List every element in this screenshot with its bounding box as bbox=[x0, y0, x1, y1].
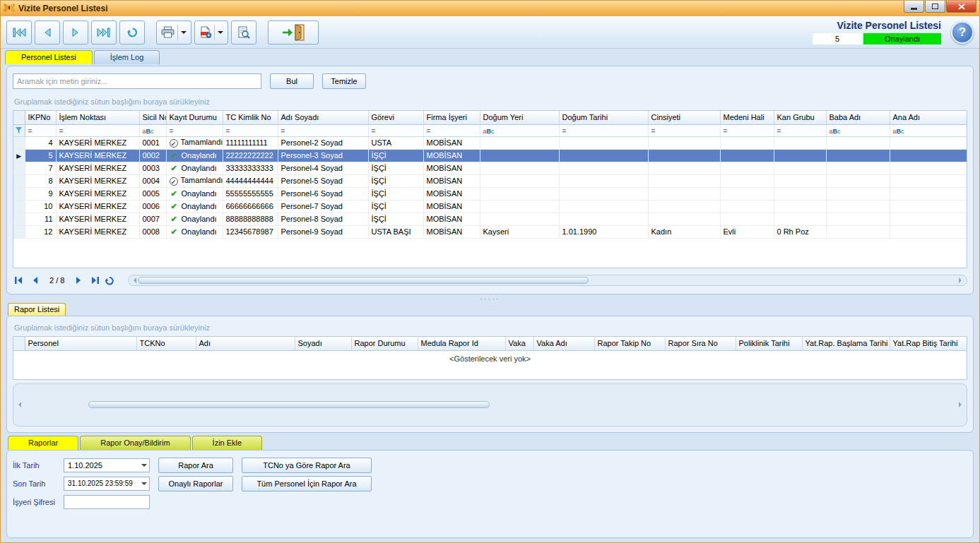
filter-cell[interactable]: = bbox=[278, 124, 368, 136]
scroll-left-icon[interactable] bbox=[131, 278, 136, 283]
filter-cell[interactable]: = bbox=[648, 124, 720, 136]
scroll-right-icon[interactable] bbox=[959, 402, 964, 407]
last-date-combo[interactable]: 31.10.2025 23:59:59 bbox=[64, 477, 150, 491]
maximize-button[interactable] bbox=[925, 1, 945, 13]
column-header[interactable]: IKPNo bbox=[25, 111, 56, 124]
table-row[interactable]: ▶5KAYSERİ MERKEZ0002Onaylandı22222222222… bbox=[13, 149, 967, 162]
column-header[interactable]: TC Kimlik No bbox=[223, 111, 278, 124]
print-button[interactable] bbox=[156, 20, 191, 44]
column-header[interactable]: Yat.Rap. Başlama Tarihi bbox=[802, 337, 890, 350]
filter-cell[interactable]: aBc bbox=[890, 124, 967, 136]
column-header[interactable]: Vaka bbox=[505, 337, 533, 350]
scrollbar-thumb[interactable] bbox=[88, 401, 490, 408]
column-header[interactable]: Doğum Yeri bbox=[480, 111, 559, 124]
filter-cell[interactable]: = bbox=[56, 124, 139, 136]
dropdown-caret-icon bbox=[218, 31, 223, 37]
onayli-raporlar-button[interactable]: Onaylı Raporlar bbox=[158, 476, 233, 491]
filter-cell[interactable]: = bbox=[166, 124, 223, 136]
column-header[interactable]: Rapor Takip No bbox=[594, 337, 665, 350]
column-header[interactable]: Adı Soyadı bbox=[278, 111, 368, 124]
rapor-ara-button[interactable]: Rapor Ara bbox=[158, 458, 233, 473]
minimize-button[interactable] bbox=[904, 1, 924, 13]
last-record-button[interactable] bbox=[91, 20, 117, 44]
panel-splitter[interactable] bbox=[6, 294, 974, 303]
report-horizontal-scrollbar[interactable] bbox=[13, 383, 967, 427]
column-header[interactable]: Kayıt Durumu bbox=[166, 111, 223, 124]
tab-rapor-listesi[interactable]: Rapor Listesi bbox=[8, 303, 66, 316]
group-by-hint[interactable]: Gruplamak istediğiniz sütun başlığını bu… bbox=[14, 97, 967, 106]
cell-tc-kimlik-no: 22222222222 bbox=[223, 149, 278, 162]
filter-cell[interactable]: aBc bbox=[139, 124, 166, 136]
column-header[interactable]: Adı bbox=[196, 337, 295, 350]
previous-record-button[interactable] bbox=[35, 20, 60, 44]
column-header[interactable]: Medeni Hali bbox=[720, 111, 774, 124]
column-header[interactable]: Vaka Adı bbox=[533, 337, 594, 350]
column-header[interactable]: Rapor Sıra No bbox=[665, 337, 736, 350]
filter-cell[interactable]: aBc bbox=[826, 124, 890, 136]
first-record-button[interactable] bbox=[6, 20, 32, 44]
tab-rapor-onay-bildirim[interactable]: Rapor Onay/Bildirim bbox=[80, 436, 190, 450]
refresh-button[interactable] bbox=[119, 20, 145, 44]
filter-cell[interactable]: = bbox=[774, 124, 826, 136]
filter-cell[interactable]: = bbox=[559, 124, 648, 136]
column-header[interactable]: Firma İşyeri bbox=[423, 111, 480, 124]
scroll-left-icon[interactable] bbox=[16, 402, 21, 407]
column-header[interactable]: Medula Rapor Id bbox=[418, 337, 505, 350]
filter-cell[interactable]: = bbox=[25, 124, 56, 136]
table-row[interactable]: 9KAYSERİ MERKEZ0005Onaylandı55555555555P… bbox=[13, 187, 967, 200]
filter-cell[interactable]: = bbox=[720, 124, 774, 136]
column-header[interactable]: Baba Adı bbox=[826, 111, 890, 124]
tab-islem-log[interactable]: İşlem Log bbox=[94, 50, 160, 64]
column-header[interactable]: Görevi bbox=[368, 111, 423, 124]
filter-funnel-icon[interactable] bbox=[13, 124, 25, 136]
column-header[interactable]: Personel bbox=[25, 337, 136, 350]
preview-button[interactable] bbox=[231, 20, 256, 44]
pager-next-button[interactable] bbox=[71, 273, 85, 287]
pager-refresh-button[interactable] bbox=[102, 273, 117, 287]
table-row[interactable]: 8KAYSERİ MERKEZ0004Tamamlandı44444444444… bbox=[13, 174, 967, 187]
column-header[interactable]: Yat.Rap Bitiş Tarihi bbox=[890, 337, 967, 350]
report-group-by-hint[interactable]: Gruplamak istediğiniz sütun başlığını bu… bbox=[14, 323, 967, 332]
column-header[interactable]: Poliklinik Tarihi bbox=[736, 337, 802, 350]
pager-last-button[interactable] bbox=[87, 273, 101, 287]
exit-button[interactable] bbox=[268, 20, 319, 44]
table-row[interactable]: 12KAYSERİ MERKEZ0008Onaylandı12345678987… bbox=[13, 225, 967, 238]
next-record-button[interactable] bbox=[63, 20, 88, 44]
help-button[interactable] bbox=[951, 21, 974, 44]
filter-cell[interactable]: aBc bbox=[480, 124, 559, 136]
column-header[interactable]: Sicil No bbox=[139, 111, 166, 124]
tab-izin-ekle[interactable]: İzin Ekle bbox=[192, 436, 263, 450]
pager-first-button[interactable] bbox=[13, 273, 27, 287]
find-button[interactable]: Bul bbox=[270, 73, 314, 89]
clear-button[interactable]: Temizle bbox=[322, 73, 366, 89]
first-date-combo[interactable]: 1.10.2025 bbox=[64, 458, 150, 472]
scrollbar-thumb[interactable] bbox=[138, 277, 589, 284]
column-header[interactable]: TCKNo bbox=[136, 337, 196, 350]
workplace-password-input[interactable] bbox=[64, 495, 150, 509]
column-header[interactable]: Rapor Durumu bbox=[351, 337, 418, 350]
pager-previous-button[interactable] bbox=[28, 273, 42, 287]
table-row[interactable]: 11KAYSERİ MERKEZ0007Onaylandı88888888888… bbox=[13, 213, 967, 225]
column-header[interactable]: Doğum Tarihi bbox=[559, 111, 648, 124]
export-pdf-button[interactable] bbox=[194, 20, 228, 44]
filter-cell[interactable]: = bbox=[423, 124, 480, 136]
tab-raporlar[interactable]: Raporlar bbox=[8, 436, 78, 450]
table-row[interactable]: 10KAYSERİ MERKEZ0006Onaylandı66666666666… bbox=[13, 200, 967, 213]
filter-cell[interactable]: = bbox=[368, 124, 423, 136]
column-header[interactable]: Ana Adı bbox=[890, 111, 967, 124]
tum-personel-rapor-ara-button[interactable]: Tüm Personel İçin Rapor Ara bbox=[242, 476, 372, 491]
scroll-right-icon[interactable] bbox=[959, 278, 964, 283]
column-header[interactable]: Cinsiyeti bbox=[648, 111, 720, 124]
preview-magnifier-icon bbox=[237, 26, 250, 39]
filter-cell[interactable]: = bbox=[223, 124, 278, 136]
column-header[interactable]: Kan Grubu bbox=[774, 111, 826, 124]
table-row[interactable]: 7KAYSERİ MERKEZ0003Onaylandı33333333333P… bbox=[13, 162, 967, 174]
tcno-rapor-ara-button[interactable]: TCNo ya Göre Rapor Ara bbox=[242, 458, 372, 473]
column-header[interactable]: İşlem Noktası bbox=[56, 111, 139, 124]
personnel-horizontal-scrollbar[interactable] bbox=[128, 275, 967, 286]
tab-personel-listesi[interactable]: Personel Listesi bbox=[5, 50, 93, 64]
table-row[interactable]: 4KAYSERİ MERKEZ0001Tamamlandı11111111111… bbox=[13, 136, 967, 149]
column-header[interactable]: Soyadı bbox=[295, 337, 351, 350]
search-input[interactable] bbox=[13, 73, 261, 89]
close-button[interactable] bbox=[946, 1, 976, 13]
